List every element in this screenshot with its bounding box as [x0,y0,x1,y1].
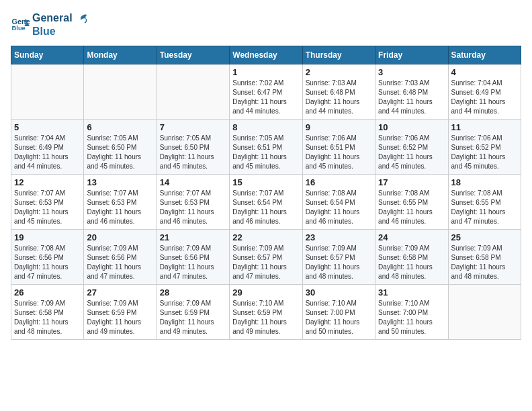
day-number: 10 [378,122,445,132]
day-info: Sunrise: 7:07 AM Sunset: 6:53 PM Dayligh… [14,189,81,226]
day-number: 1 [232,67,299,77]
day-header-tuesday: Tuesday [157,46,229,64]
day-cell: 6Sunrise: 7:05 AM Sunset: 6:50 PM Daylig… [84,120,157,175]
day-number: 5 [14,122,81,132]
day-cell: 18Sunrise: 7:08 AM Sunset: 6:55 PM Dayli… [448,175,521,230]
day-number: 19 [14,232,81,242]
day-info: Sunrise: 7:05 AM Sunset: 6:50 PM Dayligh… [160,134,226,171]
day-number: 17 [378,177,445,187]
day-info: Sunrise: 7:07 AM Sunset: 6:54 PM Dayligh… [232,189,299,226]
day-info: Sunrise: 7:09 AM Sunset: 6:57 PM Dayligh… [232,244,299,281]
day-info: Sunrise: 7:09 AM Sunset: 6:59 PM Dayligh… [160,299,226,336]
day-number: 4 [451,67,518,77]
day-info: Sunrise: 7:09 AM Sunset: 6:58 PM Dayligh… [14,299,81,336]
week-row-2: 5Sunrise: 7:04 AM Sunset: 6:49 PM Daylig… [11,120,521,175]
day-cell: 7Sunrise: 7:05 AM Sunset: 6:50 PM Daylig… [157,120,229,175]
day-cell: 2Sunrise: 7:03 AM Sunset: 6:48 PM Daylig… [302,64,375,120]
day-number: 11 [451,122,518,132]
day-cell: 17Sunrise: 7:08 AM Sunset: 6:55 PM Dayli… [375,175,448,230]
day-cell: 12Sunrise: 7:07 AM Sunset: 6:53 PM Dayli… [11,175,84,230]
logo-blue: Blue [32,26,89,38]
day-number: 3 [378,67,445,77]
day-cell [11,64,84,120]
day-cell: 21Sunrise: 7:09 AM Sunset: 6:56 PM Dayli… [157,230,229,285]
day-number: 25 [451,232,518,242]
day-cell: 4Sunrise: 7:04 AM Sunset: 6:49 PM Daylig… [448,64,521,120]
day-number: 28 [160,287,226,298]
day-cell: 23Sunrise: 7:09 AM Sunset: 6:57 PM Dayli… [302,230,375,285]
day-info: Sunrise: 7:06 AM Sunset: 6:51 PM Dayligh… [306,134,372,171]
day-header-wednesday: Wednesday [230,46,302,64]
day-cell [84,64,157,120]
day-info: Sunrise: 7:04 AM Sunset: 6:49 PM Dayligh… [14,134,81,171]
day-cell: 28Sunrise: 7:09 AM Sunset: 6:59 PM Dayli… [157,285,229,340]
day-info: Sunrise: 7:09 AM Sunset: 6:56 PM Dayligh… [87,244,153,281]
day-info: Sunrise: 7:07 AM Sunset: 6:53 PM Dayligh… [160,189,226,226]
day-info: Sunrise: 7:07 AM Sunset: 6:53 PM Dayligh… [87,189,153,226]
day-cell: 27Sunrise: 7:09 AM Sunset: 6:59 PM Dayli… [84,285,157,340]
day-info: Sunrise: 7:02 AM Sunset: 6:47 PM Dayligh… [232,79,299,116]
day-number: 2 [306,67,372,77]
day-number: 26 [14,287,81,298]
day-info: Sunrise: 7:04 AM Sunset: 6:49 PM Dayligh… [451,79,518,116]
day-info: Sunrise: 7:05 AM Sunset: 6:51 PM Dayligh… [232,134,299,171]
day-number: 18 [451,177,518,187]
day-number: 20 [87,232,153,242]
day-header-friday: Friday [375,46,448,64]
day-number: 21 [160,232,226,242]
day-cell: 26Sunrise: 7:09 AM Sunset: 6:58 PM Dayli… [11,285,84,340]
logo-general: General [32,12,73,24]
day-cell [448,285,521,340]
day-number: 9 [306,122,372,132]
svg-text:Blue: Blue [12,25,26,32]
day-cell: 29Sunrise: 7:10 AM Sunset: 6:59 PM Dayli… [230,285,302,340]
day-info: Sunrise: 7:10 AM Sunset: 7:00 PM Dayligh… [306,299,372,336]
day-cell: 8Sunrise: 7:05 AM Sunset: 6:51 PM Daylig… [230,120,302,175]
day-cell: 13Sunrise: 7:07 AM Sunset: 6:53 PM Dayli… [84,175,157,230]
day-number: 30 [306,287,372,298]
day-cell: 30Sunrise: 7:10 AM Sunset: 7:00 PM Dayli… [302,285,375,340]
week-row-4: 19Sunrise: 7:08 AM Sunset: 6:56 PM Dayli… [11,230,521,285]
day-number: 29 [232,287,299,298]
day-info: Sunrise: 7:03 AM Sunset: 6:48 PM Dayligh… [378,79,445,116]
day-info: Sunrise: 7:08 AM Sunset: 6:55 PM Dayligh… [451,189,518,226]
day-number: 24 [378,232,445,242]
day-cell: 3Sunrise: 7:03 AM Sunset: 6:48 PM Daylig… [375,64,448,120]
page-header: General Blue General Blue [11,11,521,38]
day-number: 23 [306,232,372,242]
day-info: Sunrise: 7:09 AM Sunset: 6:57 PM Dayligh… [306,244,372,281]
day-cell: 24Sunrise: 7:09 AM Sunset: 6:58 PM Dayli… [375,230,448,285]
day-info: Sunrise: 7:09 AM Sunset: 6:56 PM Dayligh… [160,244,226,281]
day-header-saturday: Saturday [448,46,521,64]
day-cell: 31Sunrise: 7:10 AM Sunset: 7:00 PM Dayli… [375,285,448,340]
day-cell: 11Sunrise: 7:06 AM Sunset: 6:52 PM Dayli… [448,120,521,175]
day-number: 14 [160,177,226,187]
day-cell: 14Sunrise: 7:07 AM Sunset: 6:53 PM Dayli… [157,175,229,230]
day-info: Sunrise: 7:06 AM Sunset: 6:52 PM Dayligh… [451,134,518,171]
day-cell: 9Sunrise: 7:06 AM Sunset: 6:51 PM Daylig… [302,120,375,175]
day-info: Sunrise: 7:10 AM Sunset: 6:59 PM Dayligh… [232,299,299,336]
week-row-5: 26Sunrise: 7:09 AM Sunset: 6:58 PM Dayli… [11,285,521,340]
day-cell: 22Sunrise: 7:09 AM Sunset: 6:57 PM Dayli… [230,230,302,285]
day-number: 13 [87,177,153,187]
logo: General Blue General Blue [11,11,89,38]
day-info: Sunrise: 7:08 AM Sunset: 6:56 PM Dayligh… [14,244,81,281]
day-info: Sunrise: 7:05 AM Sunset: 6:50 PM Dayligh… [87,134,153,171]
day-info: Sunrise: 7:03 AM Sunset: 6:48 PM Dayligh… [306,79,372,116]
day-number: 27 [87,287,153,298]
day-header-monday: Monday [84,46,157,64]
day-info: Sunrise: 7:09 AM Sunset: 6:58 PM Dayligh… [378,244,445,281]
day-number: 31 [378,287,445,298]
day-cell: 20Sunrise: 7:09 AM Sunset: 6:56 PM Dayli… [84,230,157,285]
day-number: 22 [232,232,299,242]
day-cell: 15Sunrise: 7:07 AM Sunset: 6:54 PM Dayli… [230,175,302,230]
day-cell: 10Sunrise: 7:06 AM Sunset: 6:52 PM Dayli… [375,120,448,175]
day-number: 15 [232,177,299,187]
day-info: Sunrise: 7:09 AM Sunset: 6:59 PM Dayligh… [87,299,153,336]
day-cell: 16Sunrise: 7:08 AM Sunset: 6:54 PM Dayli… [302,175,375,230]
day-info: Sunrise: 7:08 AM Sunset: 6:55 PM Dayligh… [378,189,445,226]
day-number: 16 [306,177,372,187]
day-info: Sunrise: 7:08 AM Sunset: 6:54 PM Dayligh… [306,189,372,226]
logo-icon: General Blue [11,15,30,34]
day-cell: 1Sunrise: 7:02 AM Sunset: 6:47 PM Daylig… [230,64,302,120]
